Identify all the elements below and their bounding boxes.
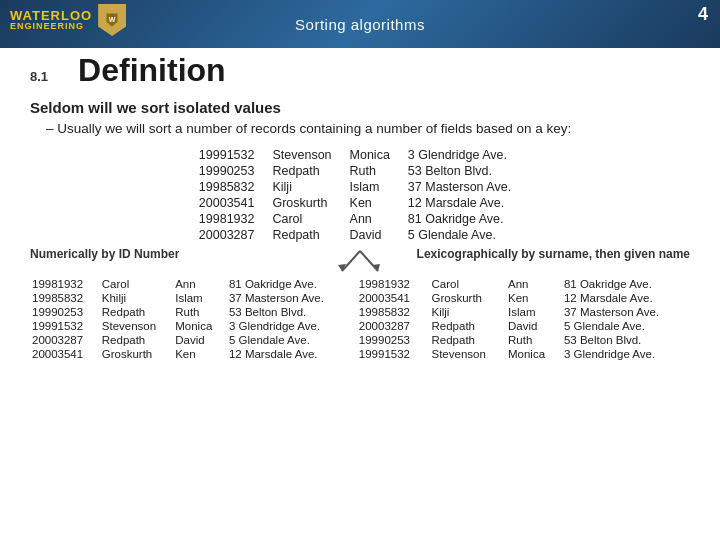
surname-cell: Carol — [100, 277, 173, 291]
given-cell: Ruth — [173, 305, 227, 319]
given-cell: David — [173, 333, 227, 347]
logo-area: WATERLOO ENGINEERING W — [10, 4, 126, 36]
given-cell: Islam — [173, 291, 227, 305]
id-cell: 19985832 — [357, 305, 430, 319]
table-row: 19981932 Carol Ann 81 Oakridge Ave. — [357, 277, 687, 291]
given-cell: Ann — [173, 277, 227, 291]
address-cell: 3 Glendridge Ave. — [404, 147, 525, 163]
id-cell: 19991532 — [357, 347, 430, 361]
main-content: 8.1 Definition Seldom will we sort isola… — [0, 48, 720, 369]
table-row: 20003287 Redpath David 5 Glendale Ave. — [30, 333, 347, 347]
dash-item: – Usually we will sort a number of recor… — [46, 120, 690, 139]
table-row: 19991532 Stevenson Monica 3 Glendridge A… — [195, 147, 525, 163]
surname-cell: Groskurth — [430, 291, 506, 305]
id-cell: 19990253 — [30, 305, 100, 319]
address-cell: 12 Marsdale Ave. — [562, 291, 687, 305]
given-cell: Ann — [506, 277, 562, 291]
table-row: 19985832 Kilji Islam 37 Masterson Ave. — [357, 305, 687, 319]
address-cell: 81 Oakridge Ave. — [227, 277, 347, 291]
definition-title: Definition — [78, 52, 226, 89]
table-row: 20003541 Groskurth Ken 12 Marsdale Ave. — [357, 291, 687, 305]
table-row: 19985832 Kilji Islam 37 Masterson Ave. — [195, 179, 525, 195]
table-row: 20003287 Redpath David 5 Glendale Ave. — [357, 319, 687, 333]
table-row: 19991532 Stevenson Monica 3 Glendridge A… — [30, 319, 347, 333]
table-row: 20003541 Groskurth Ken 12 Marsdale Ave. — [195, 195, 525, 211]
given-cell: Monica — [173, 319, 227, 333]
header: WATERLOO ENGINEERING W Sorting algorithm… — [0, 0, 720, 48]
table-row: 19991532 Stevenson Monica 3 Glendridge A… — [357, 347, 687, 361]
id-cell: 20003287 — [357, 319, 430, 333]
surname-cell: Khilji — [100, 291, 173, 305]
surname-cell: Groskurth — [100, 347, 173, 361]
slide-number: 4 — [698, 4, 708, 25]
surname-cell: Redpath — [268, 163, 345, 179]
given-cell: Islam — [346, 179, 404, 195]
sorted-by-name-table: 19981932 Carol Ann 81 Oakridge Ave.20003… — [357, 277, 687, 361]
given-cell: Ken — [506, 291, 562, 305]
address-cell: 53 Belton Blvd. — [227, 305, 347, 319]
surname-cell: Redpath — [268, 227, 345, 243]
address-cell: 3 Glendridge Ave. — [562, 347, 687, 361]
surname-cell: Kilji — [268, 179, 345, 195]
shield-icon: W — [98, 4, 126, 36]
id-cell: 19991532 — [30, 319, 100, 333]
id-cell: 19985832 — [30, 291, 100, 305]
given-cell: Ken — [346, 195, 404, 211]
sorted-by-id-section: 19981932 Carol Ann 81 Oakridge Ave.19985… — [30, 277, 347, 361]
address-cell: 3 Glendridge Ave. — [227, 319, 347, 333]
id-cell: 19981932 — [30, 277, 100, 291]
records-table: 19991532 Stevenson Monica 3 Glendridge A… — [195, 147, 525, 243]
address-cell: 81 Oakridge Ave. — [562, 277, 687, 291]
id-cell: 19990253 — [195, 163, 269, 179]
address-cell: 5 Glendale Ave. — [404, 227, 525, 243]
section-number: 8.1 — [30, 69, 48, 84]
id-cell: 20003541 — [30, 347, 100, 361]
given-cell: Ruth — [346, 163, 404, 179]
surname-cell: Carol — [430, 277, 506, 291]
svg-text:W: W — [109, 16, 116, 23]
id-cell: 20003287 — [30, 333, 100, 347]
surname-cell: Stevenson — [100, 319, 173, 333]
table-row: 19990253 Redpath Ruth 53 Belton Blvd. — [30, 305, 347, 319]
table-row: 20003541 Groskurth Ken 12 Marsdale Ave. — [30, 347, 347, 361]
id-cell: 19991532 — [195, 147, 269, 163]
table-row: 19990253 Redpath Ruth 53 Belton Blvd. — [195, 163, 525, 179]
address-cell: 12 Marsdale Ave. — [227, 347, 347, 361]
header-title: Sorting algorithms — [295, 16, 425, 33]
given-cell: Monica — [506, 347, 562, 361]
id-cell: 20003287 — [195, 227, 269, 243]
id-cell: 19985832 — [195, 179, 269, 195]
label-right: Lexicographically by surname, then given… — [417, 247, 690, 261]
surname-cell: Kilji — [430, 305, 506, 319]
table-row: 20003287 Redpath David 5 Glendale Ave. — [195, 227, 525, 243]
id-cell: 19981932 — [195, 211, 269, 227]
surname-cell: Redpath — [430, 319, 506, 333]
id-cell: 19990253 — [357, 333, 430, 347]
surname-cell: Redpath — [430, 333, 506, 347]
address-cell: 81 Oakridge Ave. — [404, 211, 525, 227]
surname-cell: Redpath — [100, 333, 173, 347]
surname-cell: Redpath — [100, 305, 173, 319]
address-cell: 37 Masterson Ave. — [562, 305, 687, 319]
sorted-by-id-table: 19981932 Carol Ann 81 Oakridge Ave.19985… — [30, 277, 347, 361]
middle-table-wrapper: 19991532 Stevenson Monica 3 Glendridge A… — [30, 147, 690, 243]
id-cell: 19981932 — [357, 277, 430, 291]
given-cell: Ann — [346, 211, 404, 227]
table-row: 19981932 Carol Ann 81 Oakridge Ave. — [195, 211, 525, 227]
table-row: 19981932 Carol Ann 81 Oakridge Ave. — [30, 277, 347, 291]
arrows-icon — [330, 247, 390, 275]
waterloo-logo: WATERLOO ENGINEERING — [10, 9, 92, 31]
surname-cell: Groskurth — [268, 195, 345, 211]
surname-cell: Stevenson — [430, 347, 506, 361]
address-cell: 5 Glendale Ave. — [562, 319, 687, 333]
given-cell: Islam — [506, 305, 562, 319]
address-cell: 37 Masterson Ave. — [404, 179, 525, 195]
subtitle: Seldom will we sort isolated values — [30, 99, 690, 116]
surname-cell: Carol — [268, 211, 345, 227]
surname-cell: Stevenson — [268, 147, 345, 163]
address-cell: 5 Glendale Ave. — [227, 333, 347, 347]
bottom-section: 19981932 Carol Ann 81 Oakridge Ave.19985… — [30, 277, 690, 361]
label-left: Numerically by ID Number — [30, 247, 179, 261]
address-cell: 37 Masterson Ave. — [227, 291, 347, 305]
given-cell: David — [506, 319, 562, 333]
